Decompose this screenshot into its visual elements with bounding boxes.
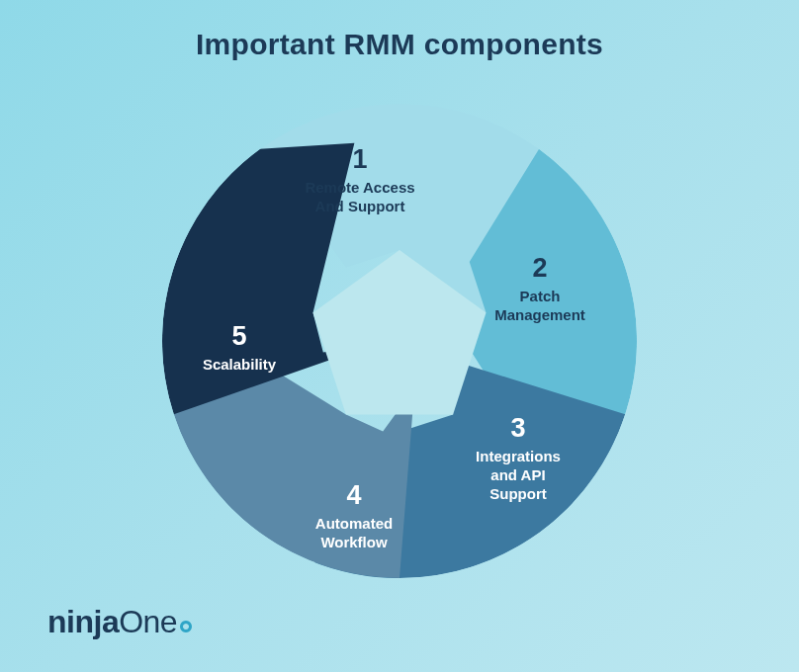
diagram-title: Important RMM components <box>0 28 799 61</box>
wheel-svg <box>162 104 637 578</box>
ninjaone-logo: ninjaOne <box>47 604 192 640</box>
logo-dot-icon <box>180 621 192 632</box>
logo-part-one: One <box>119 604 177 640</box>
logo-part-ninja: ninja <box>47 604 119 640</box>
rmm-wheel: 1 Remote AccessAnd Support 2 PatchManage… <box>162 104 637 578</box>
